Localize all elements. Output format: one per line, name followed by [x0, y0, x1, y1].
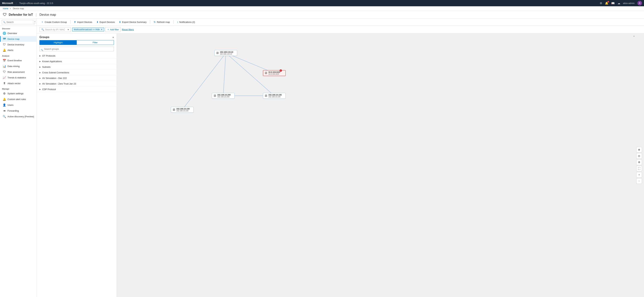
map-node-node1[interactable]: 🖥192.168.119.22192.168.119.22 — [214, 50, 237, 56]
sidebar-item-users[interactable]: 👤 Users — [0, 102, 36, 108]
groups-list: ▶ OT Protocols ▶ Known Applications ▶ Su… — [36, 53, 117, 297]
username-label: alice-admin — [623, 2, 634, 5]
refresh-label: Refresh map — [157, 21, 170, 24]
sidebar-search-container: « — [0, 19, 36, 26]
sidebar-collapse-btn[interactable]: « — [33, 20, 36, 24]
svg-line-3 — [182, 53, 226, 110]
sidebar-item-alerts[interactable]: 🔔 Alerts — [0, 47, 36, 53]
event-timeline-icon: 📅 — [2, 59, 6, 62]
filter-tag-multicast: Multicast/broadcast == Hide ✕ — [72, 28, 104, 32]
fit-map-button[interactable]: ⛶ — [636, 166, 642, 171]
group-item-label: AV Simulation - Zero Trust Jan 23 — [42, 82, 114, 85]
notifications-label: Notifications (2) — [179, 21, 195, 24]
node-ip-primary: 10.0.104.0/24 — [268, 71, 280, 73]
sidebar-item-device-map[interactable]: 🗺 Device map — [0, 36, 36, 42]
sidebar-item-event-timeline[interactable]: 📅 Event timeline — [0, 58, 36, 63]
book-icon[interactable]: 📖 — [611, 2, 615, 5]
group-item-label: Cross Subnet Connections — [42, 71, 114, 74]
search-by-ip-mac[interactable]: 🔍 Search by IP / MAC ▾ — [40, 27, 71, 32]
node-device-icon: 🖥 — [213, 94, 216, 98]
toolbar-sep-1 — [70, 20, 70, 24]
node-ip-primary: 192.168.10.200 — [217, 94, 230, 96]
map-settings-button[interactable]: ⚙ — [636, 159, 642, 165]
search-input[interactable] — [2, 20, 35, 24]
node-ip-primary: 192.168.10.100 — [176, 108, 190, 110]
group-item-subnets[interactable]: ▶ Subnets — [36, 64, 117, 70]
group-item-av-zero-trust[interactable]: ▶ AV Simulation - Zero Trust Jan 23 — [36, 81, 117, 87]
sidebar-item-risk-assessment[interactable]: 🛡 Risk assessment — [0, 69, 36, 75]
avatar: A — [637, 1, 642, 6]
filter-bar: 🔍 Search by IP / MAC ▾ Multicast/broadca… — [36, 26, 644, 34]
refresh-icon: ↻ — [154, 21, 156, 24]
notifications-button[interactable]: ↕ Notifications (2) — [175, 20, 197, 24]
toolbar-sep-3 — [173, 20, 174, 24]
product-icon: 🛡 — [3, 13, 7, 17]
product-title: Defender for IoT — [9, 13, 33, 17]
groups-filter-btn[interactable]: Filter — [77, 40, 114, 45]
group-item-av-dec[interactable]: ▶ AV Simulation - Dec 222 — [36, 75, 117, 81]
create-custom-group-button[interactable]: ＋ Create Custom Group — [40, 20, 68, 25]
cloud-icon[interactable]: ☁ — [618, 2, 620, 5]
users-icon: 👤 — [2, 103, 6, 107]
sidebar-item-trends[interactable]: 📈 Trends & statistics — [0, 75, 36, 81]
breadcrumb: Home > Device map — [0, 6, 644, 11]
fit-view-button[interactable]: ⊕ — [636, 147, 642, 152]
filter-tag-close-icon[interactable]: ✕ — [101, 28, 102, 31]
sidebar-item-attack-vector[interactable]: 🗡 Attack vector — [0, 81, 36, 86]
sidebar-item-active-discovery[interactable]: 🔍 Active discovery (Preview) — [0, 114, 36, 119]
page-header: 🛡 Defender for IoT | Device map — [0, 11, 644, 19]
content-area: ＋ Create Custom Group ⬆ Import Devices ⬇… — [36, 19, 644, 297]
sidebar-item-device-inventory[interactable]: 🛡 Device inventory — [0, 42, 36, 47]
notifications-icon[interactable]: 🔔1 — [605, 2, 608, 5]
group-item-ot-protocols[interactable]: ▶ OT Protocols — [36, 53, 117, 59]
add-filter-plus-icon: ＋ — [107, 28, 109, 31]
groups-collapse-icon[interactable]: « — [112, 36, 114, 39]
refresh-map-button[interactable]: ↻ Refresh map — [152, 20, 172, 24]
sidebar-item-data-mining[interactable]: 📊 Data mining — [0, 63, 36, 69]
alerts-icon: 🔔 — [2, 49, 6, 52]
sidebar-item-label-forwarding: Forwarding — [8, 110, 19, 112]
import-devices-button[interactable]: ⬆ Import Devices — [72, 20, 94, 24]
groups-search-wrap — [36, 47, 117, 53]
node-ip-secondary: 192.168.10.106 — [268, 96, 282, 98]
group-item-cross-subnet[interactable]: ▶ Cross Subnet Connections — [36, 70, 117, 75]
map-connections-svg — [117, 34, 644, 297]
node-ip-secondary: 192.168.10.100 — [176, 110, 190, 112]
map-node-node3[interactable]: 🖥192.168.10.200192.168.10.200 — [212, 93, 234, 99]
breadcrumb-home[interactable]: Home — [3, 7, 8, 10]
settings-icon[interactable]: ⚙ — [600, 2, 602, 5]
sidebar-item-label-device-inventory: Device inventory — [8, 43, 24, 46]
zoom-in-button[interactable]: ＋ — [636, 172, 642, 178]
overview-icon: 🌐 — [2, 32, 6, 35]
filter-tag-text: Multicast/broadcast == Hide — [74, 28, 100, 31]
groups-panel: Groups « Highlight Filter ▶ OT Protocols — [36, 34, 117, 297]
sidebar-item-custom-alert-rules[interactable]: 🔔 Custom alert rules — [0, 96, 36, 102]
sidebar-item-overview[interactable]: 🌐 Overview — [0, 30, 36, 36]
export-device-summary-button[interactable]: ⬇ Export Device Summary — [117, 20, 148, 24]
groups-highlight-btn[interactable]: Highlight — [40, 40, 77, 45]
add-filter-button[interactable]: ＋ Add filter — [106, 27, 120, 32]
zoom-out-button[interactable]: － — [636, 178, 642, 184]
sidebar-item-label-trends: Trends & statistics — [8, 76, 26, 79]
plus-icon: ＋ — [41, 21, 44, 24]
right-panel-collapse[interactable]: « — [633, 35, 634, 37]
sidebar-item-forwarding[interactable]: ➡ Forwarding — [0, 108, 36, 114]
group-item-label: CDP Protocol — [42, 88, 114, 91]
sidebar-item-label-attack-vector: Attack vector — [8, 82, 20, 85]
map-node-node5[interactable]: 🖥192.168.10.100192.168.10.100 — [171, 107, 194, 113]
select-area-button[interactable]: ⊡ — [636, 153, 642, 159]
node-ip-primary: 192.168.119.22 — [220, 51, 233, 53]
reset-filters-button[interactable]: Reset filters — [122, 28, 134, 31]
map-node-node2[interactable]: 🖥10.0.104.0/2410.0.104.0/24! — [263, 70, 286, 76]
export-devices-button[interactable]: ⬇ Export Devices — [95, 20, 116, 24]
map-node-node4[interactable]: 🖥192.168.10.106192.168.10.106 — [263, 93, 286, 99]
map-canvas[interactable]: ⊕ ⊡ ⚙ ⛶ ＋ － « 🖥192.168.119.22192.168.119… — [117, 34, 644, 297]
group-item-cdp-protocol[interactable]: ▶ CDP Protocol — [36, 87, 117, 92]
brand-label: Microsoft — [2, 2, 13, 5]
groups-search-input[interactable] — [40, 47, 114, 51]
group-item-known-applications[interactable]: ▶ Known Applications — [36, 59, 117, 64]
groups-title: Groups — [40, 36, 49, 39]
sidebar-item-system-settings[interactable]: ⚙ System settings — [0, 91, 36, 96]
alert-badge-icon: ! — [280, 69, 282, 72]
import-label: Import Devices — [77, 21, 92, 24]
